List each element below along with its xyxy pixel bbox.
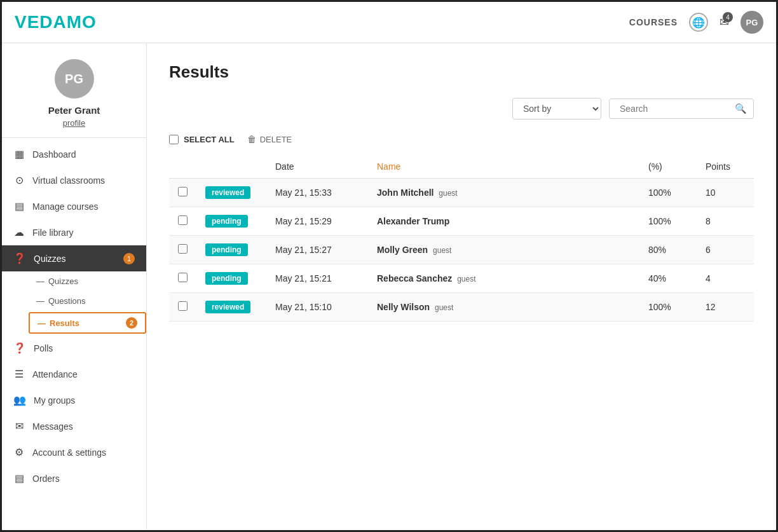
sidebar-profile: PG Peter Grant profile <box>2 43 146 138</box>
nav-right: COURSES 🌐 ✉ 4 PG <box>629 11 763 34</box>
row-name-text: John Mitchell <box>377 188 433 198</box>
sidebar-nav: ▦ Dashboard ⊙ Virtual classrooms ▤ Manag… <box>2 141 146 517</box>
select-all-button[interactable]: SELECT ALL <box>169 135 235 144</box>
search-box: 🔍 <box>609 99 754 119</box>
page-title: Results <box>169 62 754 82</box>
row-status-cell: reviewed <box>196 179 266 207</box>
profile-link[interactable]: profile <box>63 118 85 128</box>
content-area: Results Sort by 🔍 SELECT ALL 🗑 <box>147 43 776 530</box>
row-checkbox[interactable] <box>178 301 188 311</box>
quizzes-badge: 1 <box>123 253 135 264</box>
row-points: 10 <box>697 179 754 207</box>
status-badge: reviewed <box>205 186 250 199</box>
row-status-cell: reviewed <box>196 293 266 322</box>
row-checkbox-cell <box>169 207 196 236</box>
sidebar-item-my-groups[interactable]: 👥 My groups <box>2 387 146 413</box>
sidebar-item-label: Orders <box>32 474 60 484</box>
row-date: May 21, 15:29 <box>266 207 368 236</box>
table-row: reviewed May 21, 15:33 John Mitchell gue… <box>169 179 754 207</box>
results-table: Date Name (%) Points reviewed May 21, 15… <box>169 155 754 322</box>
col-header-status <box>196 155 266 179</box>
sidebar-item-orders[interactable]: ▤ Orders <box>2 465 146 491</box>
table-row: pending May 21, 15:21 Rebecca Sanchez gu… <box>169 264 754 293</box>
row-checkbox-cell <box>169 179 196 207</box>
nav-globe-button[interactable]: 🌐 <box>689 13 708 32</box>
row-name-suffix: guest <box>433 246 451 255</box>
nav-messages-button[interactable]: ✉ 4 <box>720 15 729 29</box>
manage-courses-icon: ▤ <box>13 200 25 212</box>
row-checkbox[interactable] <box>178 215 188 225</box>
col-header-percent: (%) <box>639 155 697 179</box>
select-all-label: SELECT ALL <box>184 135 235 144</box>
col-header-name: Name <box>368 155 639 179</box>
sidebar-item-quizzes[interactable]: ❓ Quizzes 1 <box>2 245 146 271</box>
sidebar-item-label: Account & settings <box>32 447 106 458</box>
username-label: Peter Grant <box>48 105 100 116</box>
row-name-suffix: guest <box>457 275 475 283</box>
col-header-points: Points <box>697 155 754 179</box>
top-nav: VEDAMO COURSES 🌐 ✉ 4 PG <box>2 2 776 43</box>
sidebar-item-attendance[interactable]: ☰ Attendance <box>2 361 146 387</box>
my-groups-icon: 👥 <box>13 394 26 406</box>
dashboard-icon: ▦ <box>13 148 25 160</box>
sub-item-label: Results <box>50 318 79 328</box>
quizzes-submenu: — Quizzes — Questions — Results 2 <box>2 271 146 334</box>
sidebar-item-manage-courses[interactable]: ▤ Manage courses <box>2 193 146 219</box>
row-checkbox[interactable] <box>178 273 188 282</box>
row-name-text: Nelly Wilson <box>377 302 430 312</box>
messages-icon: ✉ <box>13 420 25 432</box>
status-badge: pending <box>205 243 248 256</box>
row-status-cell: pending <box>196 207 266 236</box>
nav-avatar[interactable]: PG <box>740 11 763 34</box>
sub-item-label: Questions <box>48 296 86 306</box>
polls-icon: ❓ <box>13 342 26 354</box>
select-all-checkbox[interactable] <box>169 135 179 144</box>
row-date: May 21, 15:27 <box>266 236 368 264</box>
sidebar-item-virtual-classrooms[interactable]: ⊙ Virtual classrooms <box>2 167 146 193</box>
sidebar-item-label: File library <box>32 228 74 238</box>
row-percent: 80% <box>639 236 697 264</box>
row-name-text: Rebecca Sanchez <box>377 273 452 283</box>
sidebar-item-account-settings[interactable]: ⚙ Account & settings <box>2 439 146 465</box>
toolbar: Sort by 🔍 <box>169 98 754 119</box>
nav-courses-link[interactable]: COURSES <box>629 17 678 27</box>
sidebar-item-messages[interactable]: ✉ Messages <box>2 413 146 439</box>
logo: VEDAMO <box>15 12 97 32</box>
table-row: pending May 21, 15:29 Alexander Trump 10… <box>169 207 754 236</box>
sidebar-item-label: Messages <box>32 421 73 432</box>
status-badge: pending <box>205 215 248 228</box>
trash-icon: 🗑 <box>247 134 256 144</box>
account-settings-icon: ⚙ <box>13 446 25 458</box>
row-checkbox[interactable] <box>178 244 188 254</box>
sidebar-item-polls[interactable]: ❓ Polls <box>2 335 146 361</box>
col-header-check <box>169 155 196 179</box>
row-name: Nelly Wilson guest <box>368 293 639 322</box>
row-points: 8 <box>697 207 754 236</box>
row-date: May 21, 15:10 <box>266 293 368 322</box>
row-checkbox[interactable] <box>178 187 188 196</box>
results-badge: 2 <box>126 317 137 329</box>
sidebar-sub-item-questions[interactable]: — Questions <box>29 291 146 311</box>
sidebar-item-file-library[interactable]: ☁ File library <box>2 219 146 245</box>
virtual-classrooms-icon: ⊙ <box>13 174 25 186</box>
delete-button[interactable]: 🗑 DELETE <box>247 134 292 144</box>
search-input[interactable] <box>616 99 735 118</box>
row-name: Rebecca Sanchez guest <box>368 264 639 293</box>
row-name-suffix: guest <box>435 303 453 312</box>
sidebar-item-label: Polls <box>34 343 53 353</box>
table-row: reviewed May 21, 15:10 Nelly Wilson gues… <box>169 293 754 322</box>
search-icon: 🔍 <box>735 103 747 114</box>
sub-item-label: Quizzes <box>48 276 78 286</box>
file-library-icon: ☁ <box>13 226 25 238</box>
attendance-icon: ☰ <box>13 368 25 380</box>
sort-by-select[interactable]: Sort by <box>512 98 601 119</box>
sidebar-item-label: Dashboard <box>32 149 76 160</box>
sidebar: PG Peter Grant profile ▦ Dashboard ⊙ Vir… <box>2 43 147 530</box>
row-status-cell: pending <box>196 264 266 293</box>
sidebar-sub-item-quizzes[interactable]: — Quizzes <box>29 271 146 291</box>
row-checkbox-cell <box>169 293 196 322</box>
sidebar-sub-item-results[interactable]: — Results 2 <box>29 312 146 334</box>
row-percent: 100% <box>639 293 697 322</box>
sidebar-item-dashboard[interactable]: ▦ Dashboard <box>2 141 146 167</box>
row-name-suffix: guest <box>439 189 457 198</box>
